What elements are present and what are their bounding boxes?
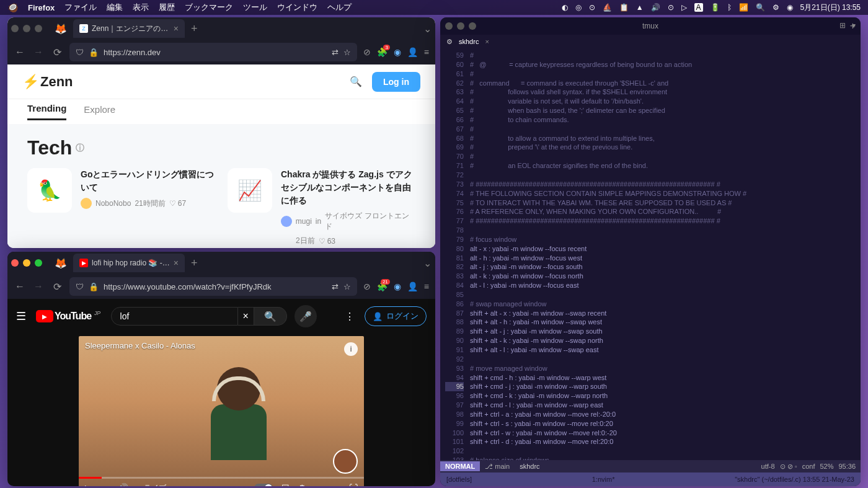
close-button[interactable] xyxy=(445,22,453,30)
editor-content[interactable]: 59#60# @ = capture keypresses regardless… xyxy=(440,48,861,486)
status-icon[interactable]: 📋 xyxy=(619,3,629,12)
address-bar[interactable]: 🛡 🔒 https://www.youtube.com/watch?v=jfKf… xyxy=(69,277,357,296)
close-button[interactable] xyxy=(11,259,19,267)
terminal-menu-icon[interactable]: ▾ xyxy=(852,21,856,30)
reload-button[interactable]: ⟳ xyxy=(51,281,63,293)
minimize-button[interactable] xyxy=(457,22,464,30)
volume-icon[interactable]: 🔊 xyxy=(651,3,660,12)
menu-icon[interactable]: ≡ xyxy=(424,282,429,291)
status-icon[interactable]: ◐ xyxy=(562,3,568,12)
address-bar[interactable]: 🛡 🔒 https://zenn.dev ⇄ ☆ xyxy=(69,43,357,61)
extension-icon[interactable]: 🧩21 xyxy=(377,282,388,291)
status-icon[interactable]: ◎ xyxy=(575,3,582,12)
article-card[interactable]: 📈 Chakra が提供する Zag.js でアクセシブルなコンポーネントを自由… xyxy=(228,168,415,246)
voice-search-icon[interactable]: 🎤 xyxy=(294,305,317,327)
new-tab-button[interactable]: + xyxy=(185,257,204,270)
account-icon[interactable]: 👤 xyxy=(407,47,418,57)
reload-button[interactable]: ⟳ xyxy=(51,47,63,58)
translate-icon[interactable]: ⇄ xyxy=(332,282,339,291)
menu-icon[interactable]: ≡ xyxy=(424,47,429,57)
forward-button[interactable]: → xyxy=(32,281,45,292)
close-tab-icon[interactable]: × xyxy=(174,258,179,268)
maximize-button[interactable] xyxy=(35,25,42,32)
tracking-icon[interactable]: ⊘ xyxy=(363,47,371,57)
translate-icon[interactable]: ⇄ xyxy=(332,48,339,57)
status-icon[interactable]: ▷ xyxy=(681,3,687,12)
search-icon[interactable]: 🔍 xyxy=(756,3,765,12)
extension-icon[interactable]: ◉ xyxy=(394,47,401,57)
menu-file[interactable]: ファイル xyxy=(64,2,97,13)
video-player[interactable]: Sleepermane x Casilo - Alonas i ▶ ⏭ 🔊 ライ… xyxy=(79,336,364,486)
apple-menu-icon[interactable]: 🥥 xyxy=(7,2,18,12)
forward-button[interactable]: → xyxy=(32,47,45,58)
editor-tab[interactable]: ⚙ skhdrc × xyxy=(440,35,861,48)
new-tab-button[interactable]: + xyxy=(185,22,204,35)
extension-icon[interactable]: ◉ xyxy=(394,282,401,291)
minimize-button[interactable] xyxy=(23,259,30,267)
info-icon[interactable]: i xyxy=(344,342,358,356)
status-icon[interactable]: ▲ xyxy=(636,3,644,12)
menu-bookmarks[interactable]: ブックマーク xyxy=(185,2,233,13)
nav-trending[interactable]: Trending xyxy=(27,103,66,120)
menu-tools[interactable]: ツール xyxy=(243,2,267,13)
status-icon[interactable]: ⛵ xyxy=(603,3,612,12)
miniplayer-icon[interactable]: ▭ xyxy=(315,483,323,486)
signin-button[interactable]: 👤 ログイン xyxy=(365,306,427,326)
tab-dropdown-icon[interactable]: ⌄ xyxy=(423,257,432,269)
login-button[interactable]: Log in xyxy=(372,72,420,92)
minimize-button[interactable] xyxy=(23,25,30,32)
browser-tab[interactable]: ▶ lofi hip hop radio 📚 - beats to × xyxy=(73,254,185,272)
bluetooth-icon[interactable]: ᛒ xyxy=(727,3,732,12)
clear-search-icon[interactable]: × xyxy=(238,307,254,326)
close-button[interactable] xyxy=(11,25,19,32)
menu-edit[interactable]: 編集 xyxy=(107,2,123,13)
settings-icon[interactable]: ⚙ xyxy=(298,483,306,486)
clock[interactable]: 5月21日(日) 13:55 xyxy=(800,2,861,13)
siri-icon[interactable]: ◉ xyxy=(787,3,793,12)
search-icon[interactable]: 🔍 xyxy=(350,76,362,87)
menu-view[interactable]: 表示 xyxy=(133,2,149,13)
input-source-icon[interactable]: A xyxy=(694,3,703,12)
split-icon[interactable]: ⊞ xyxy=(839,21,846,30)
back-button[interactable]: ← xyxy=(14,47,26,58)
close-file-icon[interactable]: × xyxy=(485,38,489,45)
maximize-button[interactable] xyxy=(469,22,476,30)
menu-window[interactable]: ウインドウ xyxy=(277,2,317,13)
search-button[interactable]: 🔍 xyxy=(254,307,287,326)
more-icon[interactable]: ⋮ xyxy=(345,311,355,322)
status-icon[interactable]: ⊙ xyxy=(668,3,674,12)
close-tab-icon[interactable]: × xyxy=(174,24,179,33)
maximize-button[interactable] xyxy=(35,259,42,267)
fullscreen-icon[interactable]: ⛶ xyxy=(349,483,358,486)
autoplay-toggle[interactable] xyxy=(254,484,273,486)
browser-tab[interactable]: Z Zenn｜エンジニアのための情報... × xyxy=(73,19,185,38)
captions-icon[interactable]: ☐ xyxy=(281,483,290,486)
control-center-icon[interactable]: ⚙ xyxy=(773,3,779,12)
extension-icon[interactable]: 🧩3 xyxy=(377,47,388,57)
battery-icon[interactable]: 🔋 xyxy=(711,3,720,12)
bookmark-star-icon[interactable]: ☆ xyxy=(343,282,351,291)
live-indicator[interactable]: ライブ xyxy=(137,483,166,487)
next-button[interactable]: ⏭ xyxy=(100,483,109,486)
wifi-icon[interactable]: 📶 xyxy=(739,3,748,12)
app-name[interactable]: Firefox xyxy=(28,3,55,12)
article-card[interactable]: 🦜 Goとエラーハンドリング慣習について NoboNobo 21時間前 ♡67 xyxy=(27,168,215,246)
tab-dropdown-icon[interactable]: ⌄ xyxy=(423,23,432,35)
search-input[interactable] xyxy=(111,307,238,326)
zenn-logo[interactable]: ⚡ Zenn xyxy=(22,74,73,90)
channel-avatar[interactable] xyxy=(333,449,358,474)
tracking-icon[interactable]: ⊘ xyxy=(363,282,371,291)
menu-help[interactable]: ヘルプ xyxy=(327,2,352,13)
status-icon[interactable]: ⊙ xyxy=(589,3,595,12)
theater-icon[interactable]: ▬ xyxy=(332,483,340,486)
hamburger-menu-icon[interactable]: ☰ xyxy=(16,309,26,323)
info-icon[interactable]: ⓘ xyxy=(76,143,84,154)
bookmark-star-icon[interactable]: ☆ xyxy=(343,48,351,57)
youtube-logo[interactable]: ▶ YouTube JP xyxy=(36,310,101,322)
back-button[interactable]: ← xyxy=(14,281,26,292)
nav-explore[interactable]: Explore xyxy=(84,104,115,120)
menu-history[interactable]: 履歴 xyxy=(159,2,175,13)
account-icon[interactable]: 👤 xyxy=(407,282,418,291)
play-button[interactable]: ▶ xyxy=(85,483,92,486)
volume-icon[interactable]: 🔊 xyxy=(118,483,128,486)
